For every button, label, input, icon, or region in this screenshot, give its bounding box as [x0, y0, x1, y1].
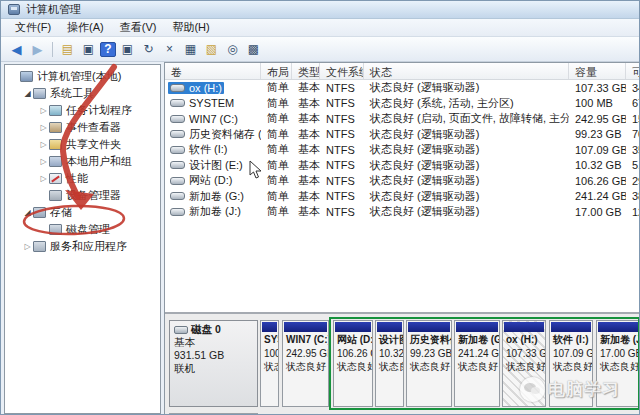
partition-system[interactable]: SYSTEM 100 MB 状态良好: [260, 320, 279, 407]
column-volume[interactable]: 卷: [165, 63, 261, 79]
partition-size: 107.33 GB: [503, 347, 545, 361]
volume-layout: 简单: [261, 204, 292, 219]
collapse-icon[interactable]: ◢: [22, 208, 33, 217]
volume-free: 15: [626, 113, 640, 125]
wechat-logo-icon: [520, 377, 545, 402]
new-console-icon[interactable]: ▩: [244, 41, 263, 58]
volume-type: 基本: [292, 127, 320, 142]
partition-status: 状态良好: [407, 360, 451, 374]
volume-name: 新加卷 (J:): [189, 204, 241, 219]
disk0-info[interactable]: 磁盘 0 基本 931.51 GB 联机: [169, 320, 258, 407]
properties-icon[interactable]: ▦: [181, 41, 200, 58]
tree-item-disk-management[interactable]: 磁盘管理: [5, 221, 160, 238]
volume-list-header: 卷 布局 类型 文件系统 状态 容量 可: [165, 63, 640, 80]
volume-row[interactable]: 软件 (I:) 简单 基本 NTFS 状态良好 (逻辑驱动器) 107.09 G…: [165, 142, 640, 158]
menu-view[interactable]: 查看(V): [112, 19, 165, 36]
tree-item-device-manager[interactable]: 设备管理器: [5, 187, 160, 204]
back-icon[interactable]: ◀: [7, 41, 26, 58]
volume-name: 设计图 (E:): [189, 158, 243, 173]
menu-help[interactable]: 帮助(H): [164, 19, 217, 36]
volume-row[interactable]: 新加卷 (J:) 简单 基本 NTFS 状态良好 (逻辑驱动器) 17.00 G…: [165, 204, 640, 220]
column-layout[interactable]: 布局: [261, 63, 292, 79]
column-status[interactable]: 状态: [364, 63, 569, 79]
column-filesystem[interactable]: 文件系统: [320, 63, 364, 79]
tree-item-shared-folders[interactable]: ▷ 共享文件夹: [5, 136, 160, 153]
zoom-icon[interactable]: ◎: [223, 41, 242, 58]
task-scheduler-icon: [49, 105, 62, 116]
column-type[interactable]: 类型: [292, 63, 320, 79]
device-manager-icon: [49, 190, 62, 201]
delete-icon[interactable]: ×: [160, 41, 179, 58]
drive-icon: [170, 192, 185, 200]
volume-status: 状态良好 (逻辑驱动器): [364, 158, 569, 173]
expand-icon[interactable]: ▷: [38, 174, 49, 183]
volume-row[interactable]: ox (H:) 简单 基本 NTFS 状态良好 (逻辑驱动器) 107.33 G…: [165, 80, 640, 96]
volume-row[interactable]: 网站 (D:) 简单 基本 NTFS 状态良好 (逻辑驱动器) 106.26 G…: [165, 173, 640, 189]
column-capacity[interactable]: 容量: [569, 63, 626, 79]
drive-icon: [170, 146, 185, 154]
app-icon: [8, 4, 20, 15]
collapse-icon[interactable]: ◢: [22, 89, 33, 98]
expand-icon[interactable]: ▷: [38, 123, 49, 132]
watermark-text: 电脑学习: [548, 378, 620, 401]
partition-color-bar: [262, 322, 277, 332]
partition-win7[interactable]: WIN7 (C:) 242.95 GB 状态良好: [282, 320, 329, 407]
details-pane: 卷 布局 类型 文件系统 状态 容量 可 ox (H:) 简单 基本 NTFS …: [164, 62, 640, 415]
partition-shejitu-e[interactable]: 设计图 (E:) 10.32 GB 状态良好: [375, 320, 404, 407]
expand-icon[interactable]: ▷: [38, 140, 49, 149]
tree-item-label: 设备管理器: [66, 188, 121, 203]
partition-name: WIN7 (C:): [283, 333, 328, 347]
drive-icon: [170, 177, 185, 185]
partition-color-bar: [335, 322, 371, 332]
expand-icon[interactable]: ▷: [38, 106, 49, 115]
volume-row[interactable]: SYSTEM 简单 基本 NTFS 状态良好 (系统, 活动, 主分区) 100…: [165, 96, 640, 112]
partition-name: 新加卷 (J:): [597, 333, 639, 347]
watermark: 电脑学习: [520, 377, 620, 402]
partition-xinjiajuan-g[interactable]: 新加卷 (G:) 241.24 GB 状态良好: [454, 320, 500, 407]
menu-file[interactable]: 文件(F): [7, 19, 59, 36]
volume-fs: NTFS: [320, 113, 364, 125]
partition-size: 242.95 GB: [283, 347, 328, 361]
volume-free: 67: [626, 97, 640, 109]
tree-item-services-applications[interactable]: ▷ 服务和应用程序: [5, 238, 160, 255]
folder-icon[interactable]: ▤: [58, 41, 77, 58]
volume-row[interactable]: 历史资料储存 (F:) 简单 基本 NTFS 状态良好 (逻辑驱动器) 99.2…: [165, 127, 640, 143]
partition-color-bar: [456, 322, 498, 332]
partition-size: 106.26 GB: [334, 347, 372, 361]
forward-icon[interactable]: ▶: [28, 41, 47, 58]
disk-status: 联机: [174, 362, 253, 375]
drive-icon: [170, 115, 185, 123]
toolbar: ◀ ▶ ▤ ▣ ? ▣ ↻ × ▦ ▧ ◎ ▩: [1, 37, 640, 62]
tree-item-system-tools[interactable]: ◢ 系统工具: [5, 85, 160, 102]
expand-icon[interactable]: ▷: [38, 157, 49, 166]
console-window-icon[interactable]: ▣: [79, 41, 98, 58]
tree-item-performance[interactable]: ▷ 性能: [5, 170, 160, 187]
toolbar-separator: [52, 42, 53, 57]
volume-status: 状态良好 (逻辑驱动器): [364, 173, 569, 188]
tree-item-computer-management-local[interactable]: 计算机管理(本地): [5, 68, 160, 85]
partition-color-bar: [377, 322, 402, 332]
volume-row[interactable]: 新加卷 (G:) 简单 基本 NTFS 状态良好 (逻辑驱动器) 241.24 …: [165, 189, 640, 205]
volume-status: 状态良好 (启动, 页面文件, 故障转储, 主分区): [364, 111, 569, 126]
partition-lishi-f[interactable]: 历史资料储存 99.23 GB 状态良好: [406, 320, 452, 407]
refresh-icon[interactable]: ↻: [139, 41, 158, 58]
volume-row[interactable]: 设计图 (E:) 简单 基本 NTFS 状态良好 (逻辑驱动器) 10.32 G…: [165, 158, 640, 174]
partition-name: ox (H:): [503, 333, 545, 347]
title-bar[interactable]: 计算机管理: [1, 1, 640, 19]
partition-wangzhan-d[interactable]: 网站 (D:) 106.26 GB 状态良好: [333, 320, 373, 407]
expand-icon[interactable]: ▷: [22, 242, 33, 251]
open-folder-icon[interactable]: ▧: [202, 41, 221, 58]
console-window-icon-2[interactable]: ▣: [118, 41, 137, 58]
help-icon[interactable]: ?: [100, 42, 116, 57]
volume-row[interactable]: WIN7 (C:) 简单 基本 NTFS 状态良好 (启动, 页面文件, 故障转…: [165, 111, 640, 127]
tree-item-local-users-groups[interactable]: ▷ 本地用户和组: [5, 153, 160, 170]
tree-item-task-scheduler[interactable]: ▷ 任务计划程序: [5, 102, 160, 119]
partition-size: 10.32 GB: [376, 347, 403, 361]
partition-status: 状态良好: [455, 360, 499, 374]
volume-type: 基本: [292, 158, 320, 173]
column-free-space[interactable]: 可: [626, 63, 640, 79]
menu-action[interactable]: 操作(A): [59, 19, 112, 36]
tree-item-event-viewer[interactable]: ▷ 事件查看器: [5, 119, 160, 136]
volume-capacity: 17.00 GB: [569, 206, 626, 218]
tree-item-storage[interactable]: ◢ 存储: [5, 204, 160, 221]
